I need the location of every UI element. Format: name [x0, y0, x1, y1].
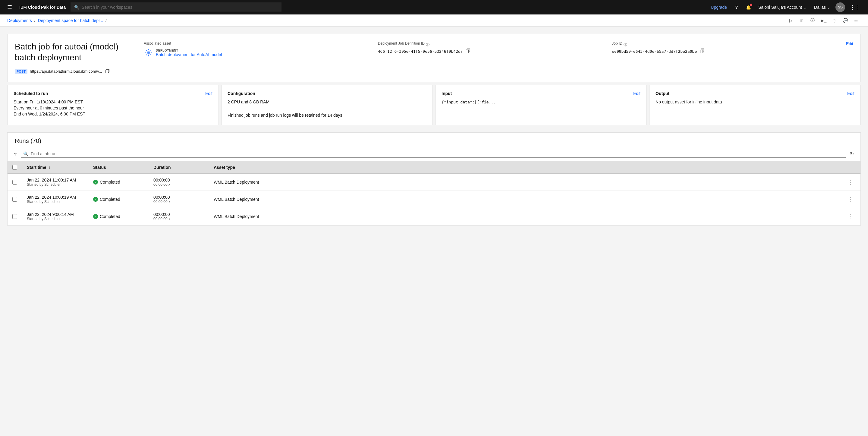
run-button[interactable]: ▷	[786, 16, 796, 25]
job-run-search-input[interactable]	[31, 151, 843, 156]
row-checkbox[interactable]	[12, 180, 17, 184]
status-dot: ✓	[93, 197, 98, 202]
table-row: Jan 22, 2024 9:00:14 AM Started by Sched…	[7, 208, 861, 225]
asset-link[interactable]: Batch deployment for AutoAI model	[156, 52, 222, 57]
input-card-body: {"input_data":[{"fie...	[441, 99, 641, 104]
duration-cell: 00:00:00 00:00:00 x	[149, 191, 209, 208]
status-cell: ✓ Completed	[88, 208, 149, 225]
notifications-button[interactable]: 🔔	[744, 2, 753, 12]
start-time-main: Jan 22, 2024 10:00:19 AM	[27, 195, 84, 200]
global-search[interactable]: 🔍	[70, 2, 281, 12]
info-icon-job[interactable]: ⓘ	[624, 42, 627, 47]
breadcrumb-deployments[interactable]: Deployments	[7, 18, 32, 23]
region-menu[interactable]: Dallas ⌄	[812, 5, 833, 10]
row-checkbox-cell[interactable]	[7, 191, 22, 208]
config-spacer	[227, 106, 427, 110]
scheduled-edit-button[interactable]: Edit	[205, 91, 213, 96]
refresh-button[interactable]: ↻	[848, 149, 856, 158]
account-menu[interactable]: Saloni Saluja's Account ⌄	[756, 5, 809, 10]
select-all-checkbox[interactable]	[12, 165, 17, 170]
start-time-header[interactable]: Start time ↓	[22, 161, 88, 174]
job-id-label: Job ID	[612, 41, 622, 46]
breadcrumb-separator-2: /	[105, 18, 107, 23]
runs-section: Runs (70) ▿ 🔍 ↻	[7, 133, 861, 226]
upgrade-button[interactable]: Upgrade	[708, 5, 730, 10]
start-time-main: Jan 22, 2024 11:00:17 AM	[27, 178, 84, 182]
start-time-cell: Jan 22, 2024 10:00:19 AM Started by Sche…	[22, 191, 88, 208]
scheduled-line-1: Start on Fri, 1/19/2024, 4:00 PM EST	[13, 99, 213, 104]
edit-link-container: Edit	[846, 41, 853, 46]
asset-type-cell: WML Batch Deployment ⋮	[209, 174, 861, 191]
breadcrumb-deployment-space[interactable]: Deployment space for batch depl...	[38, 18, 103, 23]
apps-icon[interactable]: ⋮⋮	[847, 1, 863, 13]
start-time-sub: Started by Scheduler	[27, 200, 84, 204]
output-edit-button[interactable]: Edit	[847, 91, 855, 96]
table-header-row: Start time ↓ Status Duration Asset type	[7, 161, 861, 174]
header-meta: Associated asset DEPLOYMENT	[144, 41, 853, 58]
header-section: Batch job for autoai (model) batch deplo…	[7, 34, 861, 82]
output-card-body: No output asset for inline input data	[655, 99, 855, 104]
input-card: Input Edit {"input_data":[{"fie...	[435, 85, 647, 125]
edit-button[interactable]: Edit	[846, 41, 853, 46]
row-overflow-menu[interactable]: ⋮	[846, 195, 856, 204]
copy-url-button[interactable]: 🗍	[104, 68, 111, 75]
table-body: Jan 22, 2024 11:00:17 AM Started by Sche…	[7, 173, 861, 225]
breadcrumb-bar: Deployments / Deployment space for batch…	[0, 14, 868, 27]
help-button[interactable]: ?	[732, 2, 741, 12]
row-checkbox[interactable]	[12, 197, 17, 202]
search-field[interactable]: 🔍	[21, 150, 846, 158]
filter-button[interactable]: ▿	[12, 149, 19, 158]
input-edit-button[interactable]: Edit	[633, 91, 641, 96]
delete-button[interactable]: 🗑	[797, 16, 807, 25]
account-label: Saloni Saluja's Account	[758, 5, 802, 10]
duration-main: 00:00:00	[153, 195, 204, 200]
asset-type-header[interactable]: Asset type	[209, 161, 861, 174]
duration-sub: 00:00:00 x	[153, 182, 204, 187]
configuration-card-body: 2 CPU and 8 GB RAM Finished job runs and…	[227, 99, 427, 118]
duration-cell: 00:00:00 00:00:00 x	[149, 208, 209, 225]
info-icon[interactable]: ⓘ	[426, 42, 430, 47]
region-label: Dallas	[814, 5, 826, 10]
runs-table: Start time ↓ Status Duration Asset type	[7, 161, 861, 226]
flow-button[interactable]: ▶⎯	[818, 16, 828, 25]
info-button[interactable]: ⓘ	[808, 16, 817, 25]
deployment-job-def-label-row: Deployment Job Definition ID ⓘ	[378, 41, 598, 48]
search-icon-table: 🔍	[23, 151, 28, 156]
chevron-down-icon: ⌄	[827, 5, 831, 10]
row-checkbox-cell[interactable]	[7, 173, 22, 191]
start-time-sub: Started by Scheduler	[27, 217, 84, 221]
status-header[interactable]: Status	[88, 161, 149, 174]
status-cell: ✓ Completed	[88, 173, 149, 191]
config-line-2: Finished job runs and job run logs will …	[227, 113, 427, 118]
asset-row: DEPLOYMENT Batch deployment for AutoAI m…	[144, 48, 364, 58]
copy-job-id-button[interactable]: 🗍	[699, 48, 705, 55]
asset-icon	[144, 48, 153, 58]
grid-button[interactable]: ☷	[851, 16, 861, 25]
status-label: Completed	[100, 214, 120, 219]
input-card-header: Input Edit	[441, 91, 641, 96]
hamburger-menu-icon[interactable]: ☰	[5, 1, 14, 13]
output-card-header: Output Edit	[655, 91, 855, 96]
history-button[interactable]: ◌	[830, 16, 839, 25]
avatar[interactable]: SS	[835, 2, 845, 12]
row-overflow-menu[interactable]: ⋮	[846, 177, 856, 187]
asset-type-cell: WML Batch Deployment ⋮	[209, 208, 861, 225]
table-row: Jan 22, 2024 11:00:17 AM Started by Sche…	[7, 173, 861, 191]
search-input[interactable]	[82, 5, 278, 10]
row-checkbox[interactable]	[12, 214, 17, 219]
row-overflow-menu[interactable]: ⋮	[846, 212, 856, 221]
copy-job-def-id-button[interactable]: 🗍	[465, 48, 471, 55]
output-card-title: Output	[655, 91, 670, 96]
duration-header[interactable]: Duration	[149, 161, 209, 174]
table-header: Start time ↓ Status Duration Asset type	[7, 161, 861, 174]
select-all-checkbox-header[interactable]	[7, 161, 22, 174]
row-checkbox-cell[interactable]	[7, 208, 22, 225]
post-tag: POST	[15, 69, 27, 74]
job-id-block: Job ID ⓘ ee99bd59-e643-4d0e-b5a7-dd7f2be…	[612, 41, 832, 58]
asset-type-label: DEPLOYMENT	[156, 49, 222, 52]
post-url: https://api.dataplatform.cloud.ibm.com/v…	[30, 69, 102, 74]
status-completed: ✓ Completed	[93, 197, 144, 202]
top-navigation: ☰ IBM Cloud Pak for Data 🔍 Upgrade ? 🔔 S…	[0, 0, 868, 14]
post-badge: POST https://api.dataplatform.cloud.ibm.…	[15, 68, 111, 75]
comment-button[interactable]: 💬	[840, 16, 850, 25]
